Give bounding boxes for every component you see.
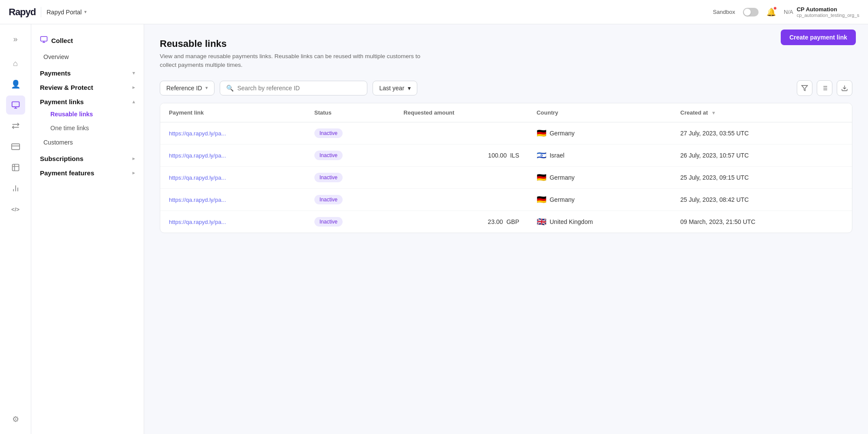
cell-status: Inactive <box>306 188 395 210</box>
sandbox-toggle[interactable] <box>743 8 759 16</box>
create-btn-label: Create payment link <box>789 34 847 41</box>
sidebar-icon-chart[interactable] <box>6 179 25 198</box>
create-payment-link-button[interactable]: Create payment link <box>781 30 856 45</box>
topbar: Rapyd Rapyd Portal ▾ Sandbox 🔔 N/A CP Au… <box>0 0 868 24</box>
user-name: CP Automation <box>797 6 859 13</box>
cell-created-at: 25 July, 2023, 08:42 UTC <box>672 188 852 210</box>
cell-amount <box>395 166 528 188</box>
country-name: United Kingdom <box>550 218 593 225</box>
user-org: cp_automation_testing_org_s <box>797 13 859 18</box>
country-cell: 🇬🇧United Kingdom <box>537 217 663 227</box>
table-row[interactable]: https://qa.rapyd.ly/pa...Inactive🇩🇪Germa… <box>160 122 852 144</box>
portal-selector[interactable]: Rapyd Portal ▾ <box>46 9 87 16</box>
country-flag: 🇩🇪 <box>537 128 546 138</box>
created-at-value: 09 March, 2023, 21:50 UTC <box>680 218 756 225</box>
chevron-down-icon: ▸ <box>132 170 135 176</box>
bell-icon[interactable]: 🔔 <box>766 7 776 17</box>
table-row[interactable]: https://qa.rapyd.ly/pa...Inactive23.00 G… <box>160 210 852 233</box>
filters-row: Reference ID ▾ 🔍 Last year ▾ <box>160 80 852 96</box>
country-name: Germany <box>550 174 575 181</box>
nav-group-payment-features[interactable]: Payment features ▸ <box>31 164 144 178</box>
svg-rect-7 <box>41 36 47 41</box>
sort-arrow-icon: ▼ <box>711 110 716 115</box>
nav-label-customers: Customers <box>43 139 73 146</box>
search-input[interactable] <box>237 85 361 92</box>
filter-button[interactable] <box>797 80 812 96</box>
nav-label-one-time-links: One time links <box>50 125 89 132</box>
table-row[interactable]: https://qa.rapyd.ly/pa...Inactive100.00 … <box>160 144 852 166</box>
nav-sub-item-reusable-links[interactable]: Reusable links <box>35 107 140 121</box>
sidebar-icon-settings[interactable]: ⚙ <box>6 410 25 429</box>
created-at-value: 25 July, 2023, 09:15 UTC <box>680 174 749 181</box>
cell-created-at: 27 July, 2023, 03:55 UTC <box>672 122 852 144</box>
chevron-down-icon: ▾ <box>84 9 87 15</box>
cell-link: https://qa.rapyd.ly/pa... <box>160 188 306 210</box>
status-badge: Inactive <box>314 128 343 138</box>
sidebar-icon-person[interactable]: 👤 <box>6 75 25 94</box>
country-cell: 🇮🇱Israel <box>537 151 663 160</box>
table-row[interactable]: https://qa.rapyd.ly/pa...Inactive🇩🇪Germa… <box>160 166 852 188</box>
nav-item-overview[interactable]: Overview <box>35 49 140 64</box>
toggle-thumb <box>744 9 751 16</box>
country-name: Germany <box>550 196 575 203</box>
nav-label-overview: Overview <box>43 53 69 60</box>
payment-link-url[interactable]: https://qa.rapyd.ly/pa... <box>169 130 226 137</box>
created-at-value: 26 July, 2023, 10:57 UTC <box>680 152 749 159</box>
sidebar-icon-collect[interactable] <box>6 95 25 115</box>
filter-actions <box>797 80 852 96</box>
nav-item-customers[interactable]: Customers <box>35 135 140 150</box>
logo: Rapyd <box>9 7 36 18</box>
reference-id-dropdown[interactable]: Reference ID ▾ <box>160 81 215 95</box>
nav-sub-item-one-time-links[interactable]: One time links <box>35 121 140 135</box>
portal-label: Rapyd Portal <box>46 9 82 16</box>
table-row[interactable]: https://qa.rapyd.ly/pa...Inactive🇩🇪Germa… <box>160 188 852 210</box>
download-button[interactable] <box>837 80 852 96</box>
cell-link: https://qa.rapyd.ly/pa... <box>160 122 306 144</box>
country-cell: 🇩🇪Germany <box>537 195 663 204</box>
sidebar-icon-code[interactable]: </> <box>6 200 25 219</box>
payment-link-url[interactable]: https://qa.rapyd.ly/pa... <box>169 197 226 203</box>
cell-created-at: 25 July, 2023, 09:15 UTC <box>672 166 852 188</box>
cell-status: Inactive <box>306 144 395 166</box>
filter-icon <box>801 85 808 92</box>
nav-group-review-protect[interactable]: Review & Protect ▸ <box>31 79 144 93</box>
chevron-down-icon: ▸ <box>132 85 135 90</box>
nav-section-title: Collect <box>31 31 144 49</box>
sort-button[interactable] <box>817 80 832 96</box>
date-range-dropdown[interactable]: Last year ▾ <box>373 81 417 95</box>
cell-amount: 100.00 ILS <box>395 144 528 166</box>
nav-group-payment-links[interactable]: Payment links ▴ <box>31 93 144 107</box>
user-details: CP Automation cp_automation_testing_org_… <box>797 6 859 18</box>
page-title: Reusable links <box>160 38 852 49</box>
sidebar-icon-monitor[interactable] <box>6 158 25 177</box>
topbar-right: Sandbox 🔔 N/A CP Automation cp_automatio… <box>713 6 859 18</box>
sandbox-label: Sandbox <box>713 9 735 15</box>
table-header: Payment link Status Requested amount Cou… <box>160 103 852 122</box>
cell-amount <box>395 122 528 144</box>
cell-link: https://qa.rapyd.ly/pa... <box>160 166 306 188</box>
nav-group-payments[interactable]: Payments ▾ <box>31 64 144 79</box>
payment-link-url[interactable]: https://qa.rapyd.ly/pa... <box>169 219 226 225</box>
table-body: https://qa.rapyd.ly/pa...Inactive🇩🇪Germa… <box>160 122 852 233</box>
nav-label-payment-links: Payment links <box>40 98 84 105</box>
nav-group-subscriptions[interactable]: Subscriptions ▸ <box>31 150 144 164</box>
nav-label-payment-features: Payment features <box>40 169 94 177</box>
col-header-created-at[interactable]: Created at ▼ <box>672 103 852 122</box>
sidebar-icon-home[interactable]: ⌂ <box>6 54 25 73</box>
status-badge: Inactive <box>314 217 343 227</box>
cell-amount: 23.00 GBP <box>395 210 528 233</box>
collect-nav-icon <box>40 36 48 45</box>
nav-section-label: Collect <box>51 37 73 44</box>
expand-sidebar-button[interactable]: » <box>6 30 25 49</box>
payment-link-url[interactable]: https://qa.rapyd.ly/pa... <box>169 152 226 159</box>
page-header: Reusable links View and manage reusable … <box>160 38 852 70</box>
nav-label-reusable-links: Reusable links <box>50 111 93 118</box>
main-content: Create payment link Reusable links View … <box>144 24 868 434</box>
search-icon: 🔍 <box>226 85 234 92</box>
sidebar-icon-transfer[interactable] <box>6 116 25 135</box>
payment-link-url[interactable]: https://qa.rapyd.ly/pa... <box>169 174 226 181</box>
sidebar-icon-card[interactable] <box>6 137 25 156</box>
layout: » ⌂ 👤 </> ⚙ Collect Overview <box>0 24 868 434</box>
amount-value: 100.00 ILS <box>488 152 519 159</box>
col-header-status: Status <box>306 103 395 122</box>
